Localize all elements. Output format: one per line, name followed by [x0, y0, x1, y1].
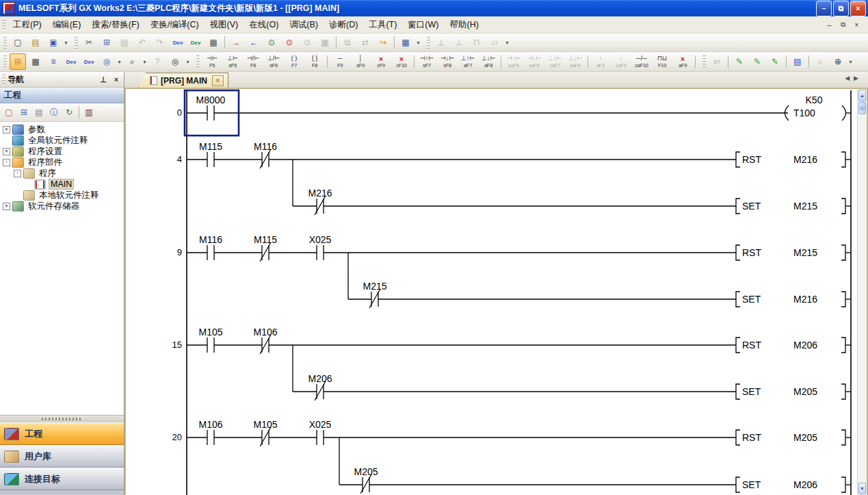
device-comment-list-icon[interactable]: Dev [63, 53, 79, 70]
data-properties-icon[interactable]: ⓘ [47, 105, 62, 119]
remote-operation-icon[interactable]: ▦ [397, 34, 414, 51]
device-reference-icon[interactable]: Dev [81, 53, 97, 70]
restore-button[interactable]: ⧉ [833, 1, 849, 16]
toolbar-overflow-icon[interactable]: ▾ [415, 35, 422, 50]
close-button[interactable]: × [850, 1, 866, 16]
device-display-icon[interactable]: ◎ [98, 53, 115, 70]
view-button-user-library[interactable]: 用户库 [0, 445, 124, 468]
new-icon[interactable]: ▢ [10, 34, 26, 51]
menu-tools[interactable]: 工具(T) [363, 17, 402, 33]
toolbar-overflow-icon[interactable]: ▾ [184, 54, 192, 69]
falling-pulse-icon[interactable]: ⊣↓⊢sF8 [438, 53, 458, 71]
tab-scroll-right-icon[interactable]: ▶ [854, 75, 858, 81]
rising-pulse-icon[interactable]: ⊣↑⊢sF7 [417, 53, 437, 71]
delete-horizontal-line-icon[interactable]: ×cF9 [371, 53, 391, 71]
delete-vertical-line-icon[interactable]: ×cF10 [392, 53, 412, 71]
copy-data-icon[interactable]: ⊞ [16, 105, 31, 119]
tree-item-main[interactable]: MAIN [0, 179, 124, 190]
new-data-icon[interactable]: ▢ [1, 105, 16, 119]
open-branch-icon[interactable]: ⊥⊢sF5 [223, 53, 243, 71]
project-view-icon[interactable]: ⊞ [10, 53, 26, 70]
expand-icon[interactable]: + [3, 126, 10, 134]
scrollbar-thumb[interactable] [858, 102, 866, 114]
task-list-icon[interactable]: ≡ [45, 53, 62, 70]
tab-close-icon[interactable]: × [212, 75, 224, 86]
menu-edit[interactable]: 编辑(E) [47, 17, 87, 33]
vertical-line-icon[interactable]: │sF9 [351, 53, 371, 71]
read-from-plc-icon[interactable]: ← [246, 34, 262, 51]
invert-operation-results-icon[interactable]: ─/─caF10 [632, 53, 652, 71]
collapse-icon[interactable]: - [14, 170, 21, 177]
device-monitor-icon[interactable]: Dev [187, 34, 204, 51]
menu-window[interactable]: 窗口(W) [402, 17, 444, 33]
open-icon[interactable]: ▤ [27, 34, 44, 51]
view-button-connection-destination[interactable]: 连接目标 [0, 468, 124, 490]
menu-diagnostics[interactable]: 诊断(D) [324, 17, 363, 33]
edit-statement-icon[interactable]: ✎ [749, 53, 765, 70]
close-contact-icon[interactable]: ⊣/⊢F6 [244, 53, 263, 71]
coil-icon[interactable]: ( )F7 [285, 53, 304, 71]
find-device-icon[interactable]: ⌕ [124, 53, 140, 70]
collapse-icon[interactable]: - [3, 159, 10, 166]
monitor-start-icon[interactable]: ⊙ [263, 34, 280, 51]
edit-note-icon[interactable]: ✎ [767, 53, 783, 70]
scroll-up-icon[interactable]: ▲ [858, 90, 866, 101]
delete-edge-icon[interactable]: ×aF9 [673, 53, 693, 71]
tree-item-local-device-comment[interactable]: 本地软元件注释 [0, 190, 124, 201]
module-configuration-icon[interactable]: ▦ [27, 53, 44, 70]
cut-icon[interactable]: ✂ [81, 34, 97, 51]
menu-view[interactable]: 视图(V) [205, 17, 244, 33]
ladder-editor[interactable]: 0M8000T100K504M115M116RSTM216M216SETM215… [124, 88, 868, 495]
menu-debug[interactable]: 调试(B) [284, 17, 324, 33]
mdi-close-button[interactable]: × [851, 20, 863, 30]
expand-icon[interactable]: + [3, 148, 10, 155]
toolbar-overflow-icon[interactable]: ▾ [503, 35, 511, 50]
panel-splitter[interactable] [0, 415, 124, 422]
toolbar-overflow-icon[interactable]: ▾ [847, 54, 854, 69]
find-icon[interactable]: ◎ [167, 53, 183, 70]
copy-icon[interactable]: ⊞ [98, 34, 115, 51]
tree-item-global-device-comment[interactable]: 全局软元件注释 [0, 135, 124, 146]
vertical-scrollbar[interactable]: ▲ ▼ [857, 89, 867, 495]
tree-item-pou[interactable]: -程序部件 [0, 157, 124, 168]
tree-item-device-memory[interactable]: +软元件存储器 [0, 201, 124, 212]
tree-item-parameter[interactable]: +参数 [0, 124, 124, 135]
tab-scroll-left-icon[interactable]: ◀ [845, 75, 850, 81]
monitor-stop-icon[interactable]: ⊙ [281, 34, 298, 51]
menu-convert-compile[interactable]: 变换/编译(C) [145, 17, 205, 33]
device-comment-search-icon[interactable]: Dev [170, 34, 186, 51]
comment-display-icon[interactable]: ▤ [789, 53, 806, 70]
intelligent-module-monitor-icon[interactable]: ▦ [205, 34, 222, 51]
zoom-icon[interactable]: ⊕ [830, 53, 846, 70]
scroll-down-icon[interactable]: ▼ [858, 483, 866, 494]
horizontal-line-icon[interactable]: ─F9 [330, 53, 350, 71]
toolbar-overflow-icon[interactable]: ▾ [62, 35, 70, 50]
device-display-dropdown-icon[interactable]: ▾ [116, 54, 123, 69]
tree-item-program[interactable]: -程序 [0, 168, 124, 179]
find-device-dropdown-icon[interactable]: ▾ [141, 54, 148, 69]
falling-pulse-branch-icon[interactable]: ⊥↓⊢aF8 [479, 53, 499, 71]
view-button-project[interactable]: 工程 [0, 422, 124, 445]
pin-icon[interactable]: ⊥ [98, 74, 109, 85]
open-contact-icon[interactable]: ⊣⊢F5 [202, 53, 222, 71]
refresh-icon[interactable]: ↻ [62, 105, 77, 119]
menu-find-replace[interactable]: 搜索/替换(F) [86, 17, 144, 33]
rising-pulse-branch-icon[interactable]: ⊥↑⊢aF7 [458, 53, 478, 71]
mdi-restore-button[interactable]: ⧉ [837, 20, 849, 30]
tab-prg-main[interactable]: [PRG] MAIN × [138, 73, 228, 88]
mdi-minimize-button[interactable]: – [824, 20, 835, 30]
sort-icon[interactable]: ▥ [81, 105, 96, 119]
write-to-plc-icon[interactable]: → [228, 34, 244, 51]
edit-device-comment-icon[interactable]: ✎ [731, 53, 748, 70]
menu-online[interactable]: 在线(O) [244, 17, 284, 33]
ladder-diagram[interactable]: 0M8000T100K504M115M116RSTM216M216SETM215… [126, 89, 854, 495]
close-panel-icon[interactable]: × [111, 74, 122, 85]
menu-project[interactable]: 工程(P) [8, 17, 47, 33]
operation-result-pulse-icon[interactable]: ⊓⊔F10 [653, 53, 672, 71]
menu-help[interactable]: 帮助(H) [444, 17, 484, 33]
application-instruction-icon[interactable]: { }F8 [305, 53, 325, 71]
expand-icon[interactable]: + [3, 203, 10, 210]
save-icon[interactable]: ▣ [45, 34, 62, 51]
minimize-button[interactable]: – [816, 1, 832, 16]
close-branch-icon[interactable]: ⊥/⊢sF6 [264, 53, 284, 71]
